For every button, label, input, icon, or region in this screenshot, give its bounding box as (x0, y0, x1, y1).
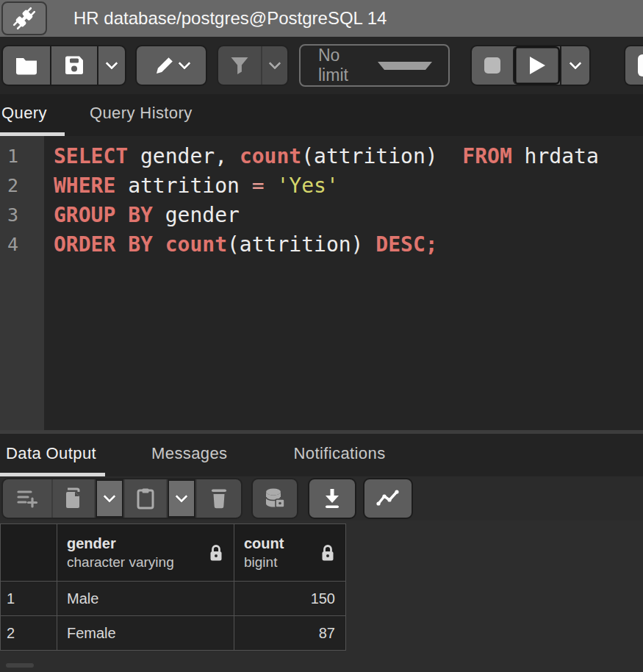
edit-menu-button[interactable] (137, 46, 206, 85)
code-line[interactable]: WHERE attrition = 'Yes' (54, 171, 643, 201)
filter-icon (230, 56, 249, 75)
plug-connected-icon (11, 5, 37, 32)
paste-menu-button[interactable] (166, 479, 195, 518)
explain-button[interactable]: E (625, 46, 643, 85)
line-number: 3 (7, 201, 44, 230)
output-tab-bar: Data Output Messages Notifications (0, 434, 643, 476)
editor-gutter: 1234 (0, 136, 44, 430)
file-button-group (1, 45, 126, 86)
tab-query-history[interactable]: Query History (79, 94, 203, 136)
chart-button-group (363, 478, 413, 519)
table-row: 1 Male 150 (1, 582, 346, 616)
caret-down-icon (378, 62, 433, 70)
results-toolbar (0, 476, 643, 521)
execute-menu-button[interactable] (560, 46, 589, 85)
connection-status-tile (1, 1, 47, 35)
chevron-down-icon (104, 490, 116, 503)
tab-query[interactable]: Query (0, 94, 65, 136)
explain-button-group: E (624, 45, 643, 86)
open-file-button[interactable] (3, 46, 50, 85)
row-number-cell[interactable]: 2 (1, 616, 57, 651)
chevron-down-icon (178, 57, 190, 70)
horizontal-scrollbar-thumb[interactable] (6, 663, 34, 668)
code-line[interactable]: GROUP BY gender (54, 201, 643, 230)
save-data-icon (264, 487, 286, 510)
column-header-count[interactable]: count bigint (234, 524, 346, 582)
chevron-down-icon (269, 57, 281, 70)
line-number: 1 (7, 142, 44, 171)
query-toolbar: No limit E (0, 37, 643, 94)
row-limit-value: No limit (318, 46, 360, 85)
tab-data-output[interactable]: Data Output (0, 434, 105, 476)
paste-button[interactable] (123, 479, 166, 518)
open-file-icon (15, 56, 37, 75)
column-type: bigint (244, 553, 320, 571)
window-title: HR database/postgres@PostgreSQL 14 (73, 8, 387, 29)
add-row-button[interactable] (3, 479, 51, 518)
filter-button-group (217, 45, 289, 86)
count-cell[interactable]: 87 (234, 616, 346, 651)
chevron-down-icon (570, 57, 582, 70)
gender-cell[interactable]: Female (57, 616, 234, 651)
query-tool-window: HR database/postgres@PostgreSQL 14 (0, 0, 643, 672)
line-number: 4 (7, 230, 44, 260)
gender-cell[interactable]: Male (57, 582, 234, 616)
filter-button[interactable] (218, 46, 261, 85)
download-button-group (308, 478, 356, 519)
save-menu-button[interactable] (97, 46, 125, 85)
tab-data-output-label: Data Output (6, 444, 96, 463)
lock-icon (320, 544, 335, 562)
editor-code-area[interactable]: SELECT gender, count(attrition) FROM hrd… (44, 136, 643, 430)
tab-query-history-label: Query History (90, 104, 193, 123)
grid-edit-button-group (1, 478, 243, 519)
code-line[interactable]: SELECT gender, count(attrition) FROM hrd… (54, 142, 643, 171)
table-row: 2 Female 87 (1, 616, 346, 651)
column-name: gender (67, 534, 209, 553)
edit-icon (154, 55, 175, 76)
tab-notifications-label: Notifications (294, 444, 386, 463)
count-cell[interactable]: 150 (234, 582, 346, 616)
data-output-panel: gender character varying (0, 521, 643, 672)
save-button[interactable] (50, 46, 97, 85)
chart-icon (376, 489, 400, 508)
paste-icon (136, 487, 155, 510)
add-row-icon (16, 489, 38, 508)
execute-button-group (470, 45, 591, 86)
row-number-cell[interactable]: 1 (1, 582, 57, 616)
save-icon (64, 55, 85, 76)
download-icon (323, 488, 342, 509)
row-number-header[interactable] (1, 524, 57, 582)
chart-button[interactable] (364, 479, 412, 518)
column-name: count (244, 534, 320, 553)
tab-messages-label: Messages (151, 444, 227, 463)
chevron-down-icon (176, 490, 188, 503)
chevron-down-icon (106, 57, 118, 70)
delete-row-button[interactable] (195, 479, 241, 518)
results-header-row: gender character varying (1, 524, 346, 582)
lock-icon (209, 544, 223, 562)
execute-icon (528, 55, 547, 76)
tab-messages[interactable]: Messages (144, 434, 234, 476)
column-type: character varying (67, 553, 209, 571)
execute-button[interactable] (513, 46, 560, 85)
tab-query-label: Query (1, 104, 47, 123)
results-table: gender character varying (0, 523, 346, 651)
tab-notifications[interactable]: Notifications (287, 434, 393, 476)
filter-menu-button[interactable] (261, 46, 287, 85)
download-button[interactable] (309, 479, 355, 518)
stop-icon (484, 57, 500, 74)
sql-editor[interactable]: 1234 SELECT gender, count(attrition) FRO… (0, 136, 643, 430)
editor-tab-bar: Query Query History (0, 94, 643, 136)
stop-button[interactable] (472, 46, 513, 85)
code-line[interactable]: ORDER BY count(attrition) DESC; (54, 230, 643, 260)
row-limit-select[interactable]: No limit (299, 44, 450, 87)
edit-button-group (135, 45, 207, 86)
copy-button[interactable] (51, 479, 94, 518)
window-titlebar: HR database/postgres@PostgreSQL 14 (0, 0, 643, 37)
copy-icon (63, 487, 84, 510)
explain-icon: E (638, 54, 643, 76)
column-header-gender[interactable]: gender character varying (57, 524, 234, 582)
save-data-button[interactable] (253, 479, 297, 518)
copy-menu-button[interactable] (94, 479, 123, 518)
line-number: 2 (7, 171, 44, 201)
